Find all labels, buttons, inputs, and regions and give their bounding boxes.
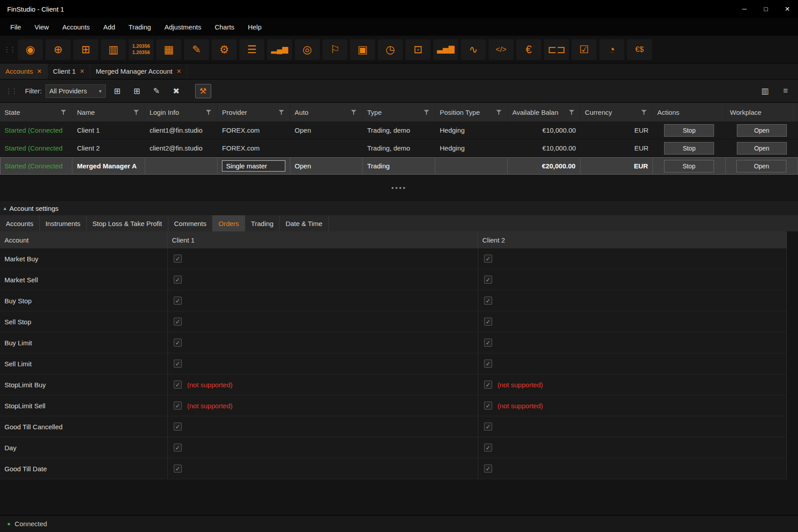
checkbox-checked[interactable]: ✓ xyxy=(174,297,182,305)
table-view-icon[interactable]: ▦ xyxy=(156,39,181,60)
filter-funnel-icon[interactable] xyxy=(351,110,357,115)
stop-button[interactable]: Stop xyxy=(664,142,714,155)
add-workspace-icon[interactable]: ⊞ xyxy=(73,39,98,60)
checkbox-checked[interactable]: ✓ xyxy=(174,465,182,473)
combined-chart-icon[interactable]: ▂▄▆ xyxy=(267,39,292,60)
filter-funnel-icon[interactable] xyxy=(496,110,502,115)
filter-funnel-icon[interactable] xyxy=(206,110,212,115)
account-settings-header[interactable]: ▴ Account settings xyxy=(0,201,798,215)
documents-icon[interactable]: ⊡ xyxy=(405,39,430,60)
stop-button[interactable]: Stop xyxy=(664,124,714,137)
menu-view[interactable]: View xyxy=(28,18,55,36)
checkbox-checked[interactable]: ✓ xyxy=(484,360,492,368)
tab-client-1[interactable]: Client 1 ✕ xyxy=(48,63,91,79)
menu-trading[interactable]: Trading xyxy=(122,18,158,36)
quote-ticker-icon[interactable]: 1.20356 1.20356 xyxy=(129,39,154,60)
menu-accounts[interactable]: Accounts xyxy=(55,18,96,36)
column-header-type[interactable]: Type xyxy=(363,103,435,121)
column-header-provider[interactable]: Provider xyxy=(217,103,290,121)
column-header-auto[interactable]: Auto xyxy=(290,103,363,121)
panel-splitter[interactable]: •••• xyxy=(0,175,798,201)
timer-info-icon[interactable]: ◔ xyxy=(599,39,624,60)
filter-funnel-icon[interactable] xyxy=(134,110,139,115)
open-workplace-button[interactable]: Open xyxy=(736,160,786,172)
add-account-button[interactable]: ⊞ xyxy=(109,84,125,98)
add-group-button[interactable]: ⊞ xyxy=(129,84,145,98)
collapse-arrow-icon[interactable]: ▴ xyxy=(4,205,6,211)
delete-account-button[interactable]: ✖ xyxy=(168,84,184,98)
menu-add[interactable]: Add xyxy=(96,18,122,36)
column-header-actions[interactable]: Actions xyxy=(653,103,725,121)
checkbox-checked[interactable]: ✓ xyxy=(174,381,182,389)
checkbox-checked[interactable]: ✓ xyxy=(174,276,182,284)
currency-exchange-icon[interactable]: €$ xyxy=(627,39,652,60)
columns-layout-button[interactable]: ▥ xyxy=(757,84,773,98)
provider-filter-dropdown[interactable]: All Providers ▾ xyxy=(46,84,106,98)
minimize-icon[interactable]: ─ xyxy=(734,0,755,18)
checkbox-checked[interactable]: ✓ xyxy=(484,381,492,389)
settings-tab-comments[interactable]: Comments xyxy=(168,215,213,231)
close-icon[interactable]: ✕ xyxy=(777,0,798,18)
checkbox-checked[interactable]: ✓ xyxy=(484,444,492,452)
monitor-check-icon[interactable]: ☑ xyxy=(572,39,597,60)
checkbox-checked[interactable]: ✓ xyxy=(484,318,492,326)
connection-settings-button[interactable]: ⚒ xyxy=(195,84,211,98)
open-workplace-button[interactable]: Open xyxy=(737,142,787,155)
maximize-icon[interactable]: □ xyxy=(755,0,777,18)
code-editor-icon[interactable]: </> xyxy=(489,39,514,60)
column-header-name[interactable]: Name xyxy=(72,103,145,121)
checkbox-checked[interactable]: ✓ xyxy=(174,444,182,452)
journal-icon[interactable]: ⊏⊐ xyxy=(544,39,569,60)
checkbox-checked[interactable]: ✓ xyxy=(484,465,492,473)
tab-accounts[interactable]: Accounts ✕ xyxy=(0,63,48,79)
account-row-client-1[interactable]: Started (Connected Client 1 client1@fin.… xyxy=(0,121,798,139)
filterbar-grip-icon[interactable]: ⋮⋮ xyxy=(4,88,20,94)
currency-search-icon[interactable]: € xyxy=(516,39,541,60)
tab-close-icon[interactable]: ✕ xyxy=(176,68,181,75)
order-notes-icon[interactable]: ✎ xyxy=(184,39,209,60)
stop-button[interactable]: Stop xyxy=(664,160,714,172)
tab-close-icon[interactable]: ✕ xyxy=(79,68,84,75)
users-network-icon[interactable]: ◎ xyxy=(295,39,320,60)
account-row-merged-manager[interactable]: Started (Connected Merged Manager A Sing… xyxy=(0,157,798,175)
settings-tab-instruments[interactable]: Instruments xyxy=(40,215,87,231)
add-bars-icon[interactable]: ▥ xyxy=(101,39,126,60)
checkbox-checked[interactable]: ✓ xyxy=(174,339,182,347)
settings-tab-accounts[interactable]: Accounts xyxy=(0,215,40,231)
checkbox-checked[interactable]: ✓ xyxy=(484,255,492,263)
accounts-manager-icon[interactable]: ◉ xyxy=(18,39,43,60)
line-chart-icon[interactable]: ∿ xyxy=(461,39,486,60)
checkbox-checked[interactable]: ✓ xyxy=(174,423,182,431)
filter-funnel-icon[interactable] xyxy=(641,110,647,115)
provider-editor[interactable]: Single master xyxy=(222,160,285,172)
filter-funnel-icon[interactable] xyxy=(279,110,284,115)
toolbar-grip-icon[interactable]: ⋮⋮ xyxy=(3,46,18,53)
column-header-position-type[interactable]: Position Type xyxy=(435,103,508,121)
checkbox-checked[interactable]: ✓ xyxy=(174,402,182,410)
account-row-client-2[interactable]: Started (Connected Client 2 client2@fin.… xyxy=(0,139,798,157)
menu-help[interactable]: Help xyxy=(241,18,268,36)
filter-funnel-icon[interactable] xyxy=(61,110,67,115)
tab-merged-manager-account[interactable]: Merged Manager Account ✕ xyxy=(90,63,187,79)
menu-charts[interactable]: Charts xyxy=(208,18,241,36)
column-header-login-info[interactable]: Login Info xyxy=(145,103,217,121)
column-header-currency[interactable]: Currency xyxy=(581,103,653,121)
tab-close-icon[interactable]: ✕ xyxy=(37,68,42,75)
filter-funnel-icon[interactable] xyxy=(424,110,430,115)
add-chart-icon[interactable]: ⊕ xyxy=(46,39,71,60)
algorithm-chip-icon[interactable]: ▣ xyxy=(350,39,375,60)
column-chart-icon[interactable]: ▃▅▇ xyxy=(433,39,458,60)
tree-view-button[interactable]: ≡ xyxy=(777,84,794,98)
menu-adjustments[interactable]: Adjustments xyxy=(158,18,208,36)
checkbox-checked[interactable]: ✓ xyxy=(174,318,182,326)
edit-account-button[interactable]: ✎ xyxy=(149,84,165,98)
settings-gear-icon[interactable]: ⚙ xyxy=(212,39,237,60)
checkbox-checked[interactable]: ✓ xyxy=(484,423,492,431)
open-workplace-button[interactable]: Open xyxy=(737,124,787,137)
alerts-icon[interactable]: ⚐ xyxy=(322,39,347,60)
splitter-handle-icon[interactable]: •••• xyxy=(391,184,406,192)
column-header-state[interactable]: State xyxy=(0,103,72,121)
settings-tab-trading[interactable]: Trading xyxy=(245,215,280,231)
checkbox-checked[interactable]: ✓ xyxy=(174,255,182,263)
scheduler-clock-icon[interactable]: ◷ xyxy=(378,39,403,60)
